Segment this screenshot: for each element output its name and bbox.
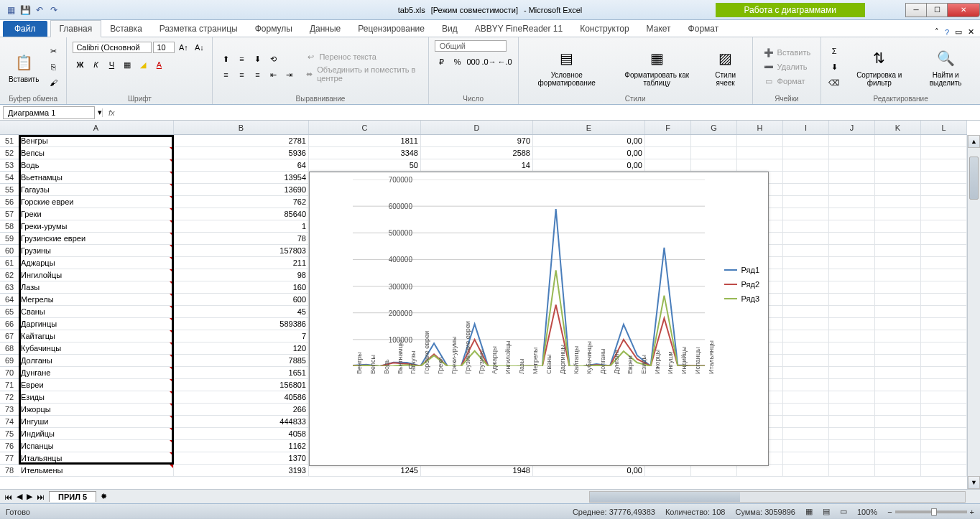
cell[interactable]: Водь: [19, 159, 174, 172]
paste-button[interactable]: 📋 Вставить: [6, 50, 42, 85]
cell[interactable]: [691, 159, 737, 172]
cell[interactable]: [783, 233, 829, 245]
cell[interactable]: Ингуши: [19, 416, 174, 428]
font-name-select[interactable]: Calibri (Основной: [73, 42, 152, 53]
help-icon[interactable]: ?: [945, 28, 949, 37]
cell[interactable]: [783, 220, 829, 233]
row-header[interactable]: 51: [0, 135, 19, 147]
cell[interactable]: [829, 379, 875, 391]
cell[interactable]: [921, 416, 967, 428]
cell[interactable]: 0,00: [533, 147, 645, 159]
cell[interactable]: Ительмены: [19, 465, 174, 477]
cell[interactable]: 85640: [174, 208, 309, 220]
cell[interactable]: [783, 306, 829, 318]
cell[interactable]: [921, 379, 967, 391]
row-header[interactable]: 73: [0, 404, 19, 416]
underline-button[interactable]: Ч: [104, 57, 119, 72]
merge-button[interactable]: ⬌Объединить и поместить в центре: [300, 65, 422, 83]
column-header[interactable]: I: [783, 121, 829, 134]
cell[interactable]: [691, 135, 737, 147]
format-cells-button[interactable]: ▭Формат: [759, 75, 815, 88]
cell[interactable]: Испанцы: [19, 440, 174, 452]
cell[interactable]: 970: [421, 135, 533, 147]
cell[interactable]: [921, 306, 967, 318]
cell[interactable]: [829, 269, 875, 281]
cell[interactable]: [921, 404, 967, 416]
cell[interactable]: [645, 465, 691, 477]
cell[interactable]: [829, 233, 875, 245]
cell[interactable]: 120: [174, 342, 309, 355]
cell[interactable]: Вьетнамцы: [19, 172, 174, 184]
cell[interactable]: Индийцы: [19, 428, 174, 440]
percent-icon[interactable]: %: [450, 55, 465, 69]
hscroll-thumb[interactable]: [590, 492, 740, 502]
cell[interactable]: 444833: [174, 416, 309, 428]
sheet-tab[interactable]: ПРИЛ 5: [49, 491, 96, 502]
cell[interactable]: Аджарцы: [19, 257, 174, 269]
cell[interactable]: [829, 208, 875, 220]
cell[interactable]: 13954: [174, 172, 309, 184]
cell[interactable]: 1245: [309, 465, 421, 477]
column-header[interactable]: G: [691, 121, 737, 134]
cell[interactable]: [829, 367, 875, 379]
close-button[interactable]: ✕: [947, 3, 980, 17]
column-header[interactable]: E: [533, 121, 645, 134]
cell[interactable]: [921, 440, 967, 452]
cell[interactable]: [829, 428, 875, 440]
row-header[interactable]: 58: [0, 220, 19, 233]
cell[interactable]: [829, 318, 875, 330]
cell[interactable]: [737, 135, 783, 147]
comma-icon[interactable]: 000: [466, 55, 481, 69]
cell[interactable]: Итальянцы: [19, 452, 174, 465]
row-header[interactable]: 53: [0, 159, 19, 172]
cell[interactable]: [829, 159, 875, 172]
cell[interactable]: [829, 391, 875, 404]
cell[interactable]: [875, 147, 921, 159]
cell[interactable]: 266: [174, 404, 309, 416]
row-header[interactable]: 72: [0, 391, 19, 404]
row-header[interactable]: 78: [0, 465, 19, 477]
cell[interactable]: [829, 257, 875, 269]
cell[interactable]: [921, 159, 967, 172]
cell[interactable]: [783, 342, 829, 355]
ribbon-tab[interactable]: ABBYY FineReader 11: [466, 21, 572, 37]
indent-dec-icon[interactable]: ⇤: [266, 67, 280, 82]
cell[interactable]: [829, 355, 875, 367]
column-header[interactable]: L: [921, 121, 967, 134]
clear-icon[interactable]: ⌫: [827, 75, 841, 90]
ribbon-tab[interactable]: Макет: [638, 21, 680, 37]
cell[interactable]: [875, 330, 921, 342]
cell[interactable]: [875, 196, 921, 208]
row-header[interactable]: 77: [0, 452, 19, 465]
window-close-icon[interactable]: ✕: [968, 27, 974, 37]
cell[interactable]: [783, 159, 829, 172]
copy-icon[interactable]: ⎘: [46, 60, 60, 74]
cell[interactable]: [829, 330, 875, 342]
cell[interactable]: Долганы: [19, 355, 174, 367]
new-sheet-icon[interactable]: ✸: [101, 492, 107, 501]
ribbon-tab[interactable]: Вставка: [101, 21, 151, 37]
minimize-button[interactable]: ─: [905, 3, 927, 17]
autosum-icon[interactable]: Σ: [827, 44, 841, 58]
view-break-icon[interactable]: ▭: [840, 507, 847, 516]
row-header[interactable]: 60: [0, 245, 19, 257]
cell[interactable]: [921, 196, 967, 208]
cell[interactable]: [783, 281, 829, 294]
cell[interactable]: 50: [309, 159, 421, 172]
cell[interactable]: [829, 172, 875, 184]
column-header[interactable]: H: [737, 121, 783, 134]
cell[interactable]: 1162: [174, 440, 309, 452]
cell[interactable]: [645, 147, 691, 159]
font-color-icon[interactable]: A: [152, 57, 166, 72]
cut-icon[interactable]: ✂: [46, 44, 60, 58]
cell[interactable]: [783, 355, 829, 367]
cell[interactable]: [875, 269, 921, 281]
cell[interactable]: [921, 135, 967, 147]
cell[interactable]: [921, 257, 967, 269]
column-header[interactable]: C: [309, 121, 421, 134]
row-header[interactable]: 65: [0, 306, 19, 318]
row-header[interactable]: 71: [0, 379, 19, 391]
cell[interactable]: Греки: [19, 208, 174, 220]
cell[interactable]: Езиды: [19, 391, 174, 404]
cell[interactable]: 7: [174, 330, 309, 342]
